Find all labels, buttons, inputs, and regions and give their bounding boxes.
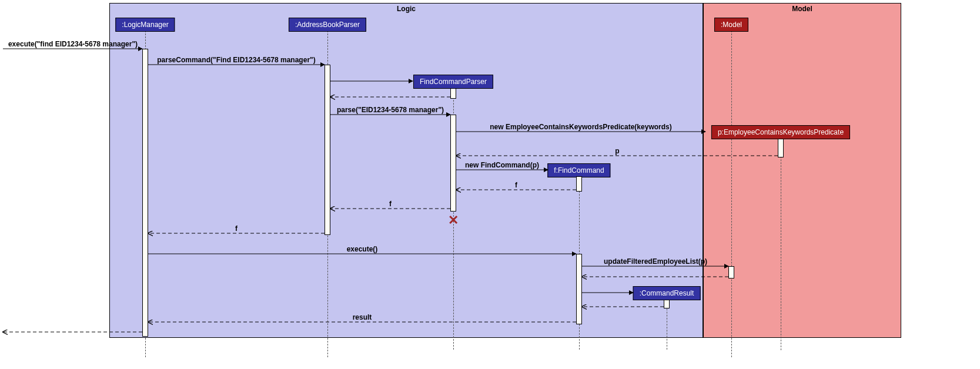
msg-parse-command: parseCommand("Find EID1234-5678 manager"…	[157, 56, 315, 64]
msg-new-find-command: new FindCommand(p)	[465, 161, 539, 169]
activation-find-command-1	[576, 176, 582, 192]
activation-fcp-2	[450, 115, 456, 212]
activation-abp	[325, 65, 330, 235]
msg-execute-cmd: execute()	[347, 245, 378, 253]
activation-command-result	[664, 300, 670, 308]
lifeline-predicate	[781, 139, 781, 350]
msg-update-filtered: updateFilteredEmployeeList(p)	[604, 257, 707, 266]
sequence-diagram: Logic Model :LogicManager :AddressBookPa…	[0, 0, 980, 369]
participant-model: :Model	[714, 18, 748, 32]
participant-command-result: :CommandResult	[633, 286, 701, 300]
participant-address-book-parser: :AddressBookParser	[289, 18, 366, 32]
participant-find-command: f:FindCommand	[547, 163, 610, 177]
msg-return-f2: f	[389, 200, 392, 208]
msg-return-f3: f	[235, 224, 238, 233]
msg-new-predicate: new EmployeeContainsKeywordsPredicate(ke…	[490, 123, 671, 131]
frame-model: Model	[703, 3, 901, 338]
msg-result: result	[353, 313, 372, 321]
frame-model-label: Model	[788, 4, 816, 14]
frame-logic-label: Logic	[393, 4, 419, 14]
lifeline-model	[731, 31, 732, 357]
participant-find-command-parser: FindCommandParser	[413, 75, 493, 89]
participant-predicate: p:EmployeeContainsKeywordsPredicate	[711, 125, 850, 139]
activation-model	[728, 266, 734, 279]
destroy-icon: ✕	[448, 213, 459, 228]
activation-find-command-2	[576, 254, 582, 324]
msg-execute: execute("find EID1234-5678 manager")	[8, 40, 138, 48]
msg-parse: parse("EID1234-5678 manager")	[337, 106, 444, 114]
msg-return-p: p	[615, 147, 619, 155]
activation-predicate	[778, 139, 784, 157]
frame-logic: Logic	[109, 3, 703, 338]
activation-logic-manager	[142, 49, 148, 337]
activation-fcp-1	[450, 88, 456, 99]
participant-logic-manager: :LogicManager	[115, 18, 175, 32]
msg-return-f1: f	[515, 181, 517, 189]
